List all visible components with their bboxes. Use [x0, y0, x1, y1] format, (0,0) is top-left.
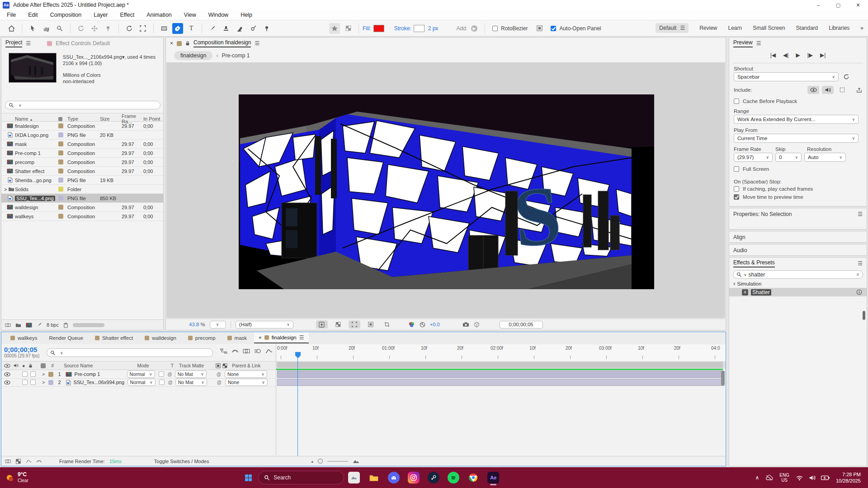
project-row-pre-comp-1[interactable]: Pre-comp 1Composition29.970;00 — [1, 149, 163, 158]
track-matte-select[interactable]: No Mat∨ — [175, 379, 207, 386]
interpret-footage-icon[interactable] — [5, 322, 11, 328]
timeline-current-time[interactable]: 0;00;00;05 00005 (29.97 fps) — [4, 346, 39, 358]
transparency-grid-icon[interactable] — [343, 23, 354, 34]
magnification-menu[interactable]: ∨ — [210, 321, 226, 328]
effects-search-input[interactable]: ∨ shatter × — [733, 270, 863, 279]
stroke-width-value[interactable]: 2 px — [428, 25, 439, 32]
discord-icon[interactable] — [388, 472, 400, 483]
effects-group-simulation[interactable]: ∨ Simulation — [729, 280, 867, 288]
column-track-matte[interactable]: Track Matte — [179, 363, 204, 368]
snapshot-camera-icon[interactable] — [462, 322, 469, 327]
new-folder-icon[interactable] — [15, 323, 21, 328]
parent-link-select[interactable]: None∨ — [225, 371, 267, 378]
column-source-name[interactable]: Source Name — [64, 363, 93, 368]
project-bit-depth[interactable]: 8 bpc — [47, 322, 59, 328]
region-of-interest-icon[interactable] — [349, 320, 360, 328]
timeline-search-input[interactable]: ∨ — [47, 348, 213, 357]
workspace-standard[interactable]: Standard — [796, 25, 818, 31]
pan-camera-tool[interactable] — [89, 23, 100, 34]
zoom-out-icon[interactable]: ▴ — [311, 459, 313, 464]
viewer-close-icon[interactable]: × — [170, 40, 173, 47]
viewer-panel-menu-icon[interactable]: ☰ — [255, 40, 259, 47]
project-row-shatter-effect[interactable]: Shatter effectComposition29.970;00 — [1, 167, 163, 176]
render-engine-icon[interactable] — [856, 87, 862, 93]
zoom-in-icon[interactable] — [353, 459, 359, 464]
workspace-libraries[interactable]: Libraries — [829, 25, 849, 31]
play-from-select[interactable]: Current Time∨ — [734, 134, 859, 143]
project-row-ssu-tex-selected[interactable]: SSU_Tex...4.pngPNG file850 KB — [1, 194, 163, 203]
menu-layer[interactable]: Layer — [94, 12, 108, 18]
menu-animation[interactable]: Animation — [146, 12, 172, 18]
menu-edit[interactable]: Edit — [28, 12, 38, 18]
effects-presets-title[interactable]: Effects & Presets — [733, 259, 775, 267]
fill-color-swatch[interactable] — [373, 25, 384, 32]
layer-blend-mode-select[interactable]: Normal∨ — [127, 379, 156, 386]
timeline-zoom-slider[interactable] — [318, 459, 323, 464]
expand-transfer-controls-icon[interactable] — [15, 459, 21, 464]
column-parent-link[interactable]: Parent & Link — [232, 363, 260, 368]
tray-overflow-icon[interactable]: ∧ — [755, 474, 759, 481]
language-indicator[interactable]: ENGUS — [779, 473, 789, 483]
skip-select[interactable]: 0∨ — [775, 153, 802, 162]
puppet-pin-tool[interactable] — [261, 23, 272, 34]
toggle-switches-modes-button[interactable]: Toggle Switches / Modes — [154, 459, 209, 464]
column-frame-rate[interactable]: Frame Ra... — [122, 113, 143, 124]
track-matte-select[interactable]: No Mat∨ — [175, 371, 207, 378]
timeline-tab-shatter-effect[interactable]: Shatter effect — [90, 333, 137, 343]
stroke-color-swatch[interactable] — [414, 25, 425, 32]
menu-help[interactable]: Help — [241, 12, 252, 18]
photos-app-icon[interactable] — [348, 472, 360, 483]
auto-open-checkbox[interactable] — [551, 26, 556, 31]
tab-close-icon[interactable]: × — [259, 335, 262, 340]
layer-expander-icon[interactable]: > — [42, 371, 45, 377]
timeline-tab-render-queue[interactable]: Render Queue — [44, 333, 87, 343]
layer-duration-bar-2[interactable] — [277, 379, 722, 386]
steam-icon[interactable] — [428, 472, 439, 483]
column-size[interactable]: Size — [100, 116, 122, 122]
column-in-point[interactable]: In Point — [143, 116, 162, 122]
viewer-tab-title[interactable]: Composition finaldesign — [193, 39, 251, 47]
viewer-lock-icon[interactable] — [185, 41, 190, 46]
rotobezier-checkbox[interactable] — [492, 26, 498, 31]
frame-blending-icon[interactable] — [243, 348, 250, 354]
menu-file[interactable]: File — [7, 12, 16, 18]
orbit-tool[interactable] — [75, 23, 86, 34]
project-search-input[interactable]: ∨ — [5, 101, 160, 109]
mask-visibility-icon[interactable] — [365, 320, 377, 328]
mask-feather-icon[interactable] — [534, 23, 545, 34]
menu-composition[interactable]: Composition — [50, 12, 81, 18]
eraser-tool[interactable] — [234, 23, 245, 34]
workspace-learn[interactable]: Learn — [728, 25, 742, 31]
audio-title[interactable]: Audio — [733, 247, 747, 253]
exposure-icon[interactable] — [420, 322, 425, 328]
cache-before-playback-checkbox[interactable] — [734, 99, 739, 104]
label-column-icon[interactable] — [58, 117, 62, 121]
composition-viewport[interactable]: S — [239, 94, 654, 289]
layer-row-2[interactable]: > 2 SSU_Tex...06x994.png Normal∨ @ No Ma… — [1, 378, 276, 387]
exposure-value[interactable]: +0.0 — [430, 322, 440, 327]
tab-project[interactable]: Project — [5, 39, 22, 47]
preset-star-icon[interactable] — [329, 23, 340, 34]
workspace-default[interactable]: Default☰ — [656, 23, 689, 33]
preview-panel-menu-icon[interactable]: ☰ — [756, 40, 761, 47]
timeline-tab-walldesign[interactable]: walldesign — [140, 333, 181, 343]
brush-tool[interactable] — [207, 23, 218, 34]
layer-visibility-eye-icon[interactable] — [4, 372, 10, 376]
taskbar-search[interactable]: Search — [258, 471, 344, 484]
roto-brush-tool[interactable] — [248, 23, 259, 34]
home-tool[interactable] — [6, 23, 17, 34]
expand-layer-switches-icon[interactable] — [5, 459, 11, 464]
parent-pickwhip-icon[interactable]: @ — [217, 372, 221, 377]
project-row-walldesign[interactable]: walldesignComposition29.970;00 — [1, 203, 163, 212]
first-frame-button[interactable]: |◀ — [770, 52, 776, 58]
timeline-vertical-scrollbar[interactable] — [721, 371, 725, 386]
solo-column-icon[interactable]: ● — [22, 363, 25, 368]
type-tool[interactable]: T — [186, 23, 197, 34]
next-frame-button[interactable]: |▶ — [807, 52, 813, 58]
shape-tool[interactable] — [159, 23, 170, 34]
resolution-menu[interactable]: (Half)∨ — [236, 321, 293, 328]
breadcrumb-current[interactable]: finaldesign — [174, 51, 212, 60]
fill-label[interactable]: Fill: — [363, 25, 371, 32]
effects-item-shatter[interactable]: 8 Shatter — [729, 288, 867, 296]
viewer-timecode[interactable]: 0;00;00;05 — [500, 321, 543, 328]
